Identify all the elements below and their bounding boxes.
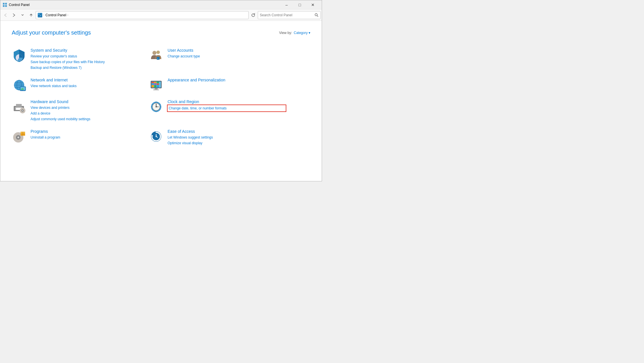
system-security-icon [12, 48, 27, 63]
clock-region-title[interactable]: Clock and Region [168, 99, 286, 104]
user-accounts-icon [149, 48, 164, 63]
back-button[interactable] [1, 11, 9, 19]
viewby-dropdown[interactable]: Category ▾ [294, 31, 310, 35]
svg-rect-31 [154, 83, 156, 85]
forward-button[interactable] [10, 11, 18, 19]
address-bar: › Control Panel › [0, 9, 322, 21]
svg-rect-2 [3, 5, 5, 7]
svg-rect-27 [152, 82, 154, 83]
minimize-button[interactable]: – [280, 0, 293, 9]
system-security-link-1[interactable]: Review your computer's status [31, 54, 149, 59]
user-accounts-title[interactable]: User Accounts [168, 48, 286, 53]
user-accounts-link-1[interactable]: Change account type [168, 54, 286, 59]
network-internet-content: Network and Internet View network status… [31, 78, 149, 89]
svg-point-56 [17, 137, 19, 138]
svg-rect-21 [21, 90, 23, 91]
svg-rect-35 [157, 85, 159, 87]
svg-point-64 [156, 136, 157, 137]
svg-point-44 [22, 110, 23, 111]
refresh-button[interactable] [249, 11, 257, 19]
ease-of-access-link-2[interactable]: Optimize visual display [168, 141, 286, 146]
hardware-sound-link-3[interactable]: Adjust commonly used mobility settings [31, 117, 149, 122]
categories-grid: System and Security Review your computer… [12, 45, 286, 150]
up-button[interactable] [27, 11, 35, 19]
network-internet-title[interactable]: Network and Internet [31, 78, 149, 82]
breadcrumb-label[interactable]: Control Panel [45, 13, 66, 17]
svg-rect-3 [5, 5, 7, 7]
recent-locations-button[interactable] [19, 11, 27, 19]
svg-point-53 [156, 106, 157, 107]
svg-point-11 [152, 51, 156, 55]
window-title: Control Panel [9, 3, 280, 7]
svg-rect-40 [16, 104, 22, 107]
svg-rect-22 [21, 89, 22, 90]
programs-icon [12, 129, 27, 144]
svg-rect-33 [152, 85, 154, 87]
system-security-link-3[interactable]: Backup and Restore (Windows 7) [31, 65, 149, 70]
window-controls: – □ ✕ [280, 0, 319, 9]
viewby-label: View by: [279, 31, 292, 35]
breadcrumb-folder-icon [38, 13, 42, 17]
search-button[interactable] [312, 11, 320, 19]
maximize-button[interactable]: □ [293, 0, 306, 9]
svg-rect-1 [5, 3, 7, 5]
category-hardware-sound: Hardware and Sound View devices and prin… [12, 96, 149, 126]
system-security-link-2[interactable]: Save backup copies of your files with Fi… [31, 59, 149, 65]
appearance-personalization-content: Appearance and Personalization [168, 78, 286, 83]
ease-of-access-icon [149, 129, 164, 144]
hardware-sound-link-1[interactable]: View devices and printers [31, 105, 149, 110]
appearance-personalization-icon [149, 78, 164, 93]
svg-rect-28 [154, 82, 156, 83]
content-header: Adjust your computer's settings View by:… [12, 29, 310, 36]
system-security-title[interactable]: System and Security [31, 48, 149, 53]
svg-rect-6 [38, 15, 40, 16]
programs-content: Programs Uninstall a program [31, 129, 149, 141]
category-ease-of-access: Ease of Access Let Windows suggest setti… [149, 126, 286, 150]
category-system-security: System and Security Review your computer… [12, 45, 149, 74]
view-by-control: View by: Category ▾ [279, 31, 310, 35]
breadcrumb-sep-1: › [43, 13, 44, 17]
title-bar: Control Panel – □ ✕ [0, 0, 322, 9]
window-icon [3, 3, 7, 7]
clock-region-link-1[interactable]: Change date, time, or number formats [168, 105, 286, 111]
breadcrumb-sep-2: › [67, 13, 68, 17]
main-window: Control Panel – □ ✕ [0, 0, 322, 181]
breadcrumb-bar[interactable]: › Control Panel › [36, 11, 249, 19]
ease-of-access-content: Ease of Access Let Windows suggest setti… [168, 129, 286, 146]
content-area: Adjust your computer's settings View by:… [0, 21, 322, 181]
programs-title[interactable]: Programs [31, 129, 149, 134]
category-network-internet: Network and Internet View network status… [12, 74, 149, 96]
category-programs: Programs Uninstall a program [12, 126, 149, 150]
svg-rect-24 [23, 89, 23, 90]
network-internet-link-1[interactable]: View network status and tasks [31, 83, 149, 89]
hardware-sound-link-2[interactable]: Add a device [31, 111, 149, 116]
search-bar[interactable] [258, 11, 321, 19]
hardware-sound-content: Hardware and Sound View devices and prin… [31, 99, 149, 122]
category-clock-region: Clock and Region Change date, time, or n… [149, 96, 286, 126]
system-security-content: System and Security Review your computer… [31, 48, 149, 71]
svg-rect-29 [157, 82, 159, 83]
clock-region-icon [149, 99, 164, 114]
svg-rect-32 [157, 83, 159, 85]
svg-point-12 [156, 51, 160, 54]
programs-link-1[interactable]: Uninstall a program [31, 135, 149, 140]
search-input[interactable] [258, 13, 312, 17]
category-user-accounts: User Accounts Change account type [149, 45, 286, 74]
svg-rect-7 [40, 15, 41, 16]
svg-rect-4 [38, 14, 40, 15]
svg-rect-0 [3, 3, 5, 5]
clock-region-content: Clock and Region Change date, time, or n… [168, 99, 286, 112]
svg-rect-34 [154, 85, 156, 87]
appearance-personalization-title[interactable]: Appearance and Personalization [168, 78, 286, 82]
network-internet-icon [12, 78, 27, 93]
svg-rect-5 [40, 14, 41, 15]
close-button[interactable]: ✕ [306, 0, 319, 9]
svg-rect-30 [152, 83, 154, 85]
ease-of-access-link-1[interactable]: Let Windows suggest settings [168, 135, 286, 140]
page-title: Adjust your computer's settings [12, 29, 91, 36]
svg-line-9 [317, 16, 318, 17]
hardware-sound-title[interactable]: Hardware and Sound [31, 99, 149, 104]
user-accounts-content: User Accounts Change account type [168, 48, 286, 59]
ease-of-access-title[interactable]: Ease of Access [168, 129, 286, 134]
svg-rect-23 [22, 88, 23, 90]
